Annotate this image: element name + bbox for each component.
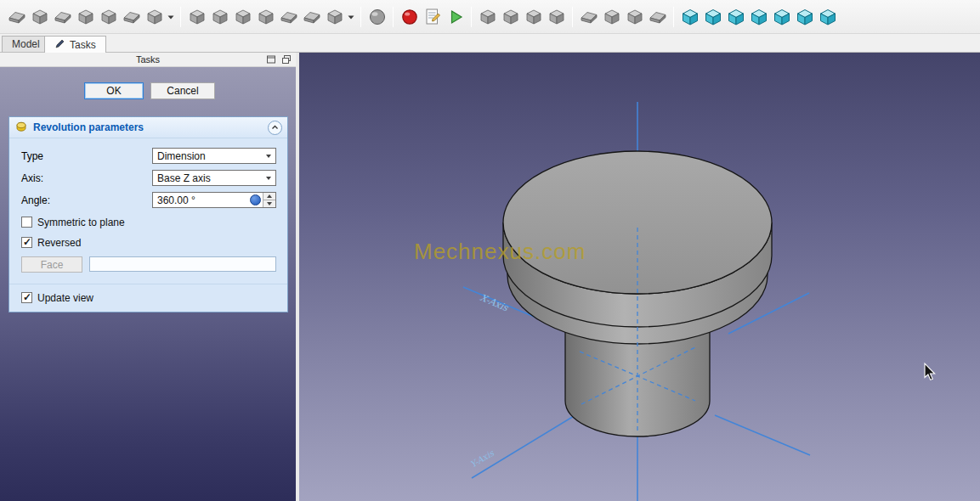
- cancel-button[interactable]: Cancel: [150, 82, 215, 99]
- axis-value: Base Z axis: [153, 172, 262, 184]
- revolution-parameters-panel: Revolution parameters Type Dimension Axi…: [8, 116, 288, 312]
- tasks-panel-title: Tasks: [136, 54, 160, 65]
- checkbox-label: Symmetric to plane: [37, 217, 125, 228]
- axis-select[interactable]: Base Z axis: [152, 170, 276, 186]
- angle-input[interactable]: 360.00 °: [152, 192, 276, 208]
- freecad-window: Model Tasks Tasks OK Cancel Revolution p…: [0, 0, 980, 501]
- face-reference-input[interactable]: [89, 256, 276, 272]
- type-select[interactable]: Dimension: [152, 148, 276, 164]
- view-rear-icon[interactable]: [770, 5, 793, 29]
- tab-model-label: Model: [12, 38, 40, 50]
- mirror-icon[interactable]: [51, 5, 74, 29]
- ok-button[interactable]: OK: [84, 82, 144, 99]
- view-front-icon[interactable]: [701, 5, 724, 29]
- chevron-down-icon: [262, 177, 275, 180]
- join-embed-icon[interactable]: [499, 5, 522, 29]
- checkbox-label: Reversed: [37, 237, 81, 249]
- angle-label: Angle:: [21, 194, 50, 206]
- sweep-dropdown-icon[interactable]: [166, 5, 176, 29]
- boolean-icon[interactable]: [185, 5, 208, 29]
- checkbox-box: [21, 217, 32, 228]
- section-title: Revolution parameters: [33, 121, 144, 133]
- symmetric-to-plane-checkbox[interactable]: Symmetric to plane: [21, 216, 125, 228]
- tasks-panel-body: OK Cancel Revolution parameters Type Dim…: [0, 67, 296, 501]
- panel-section-header: Revolution parameters: [9, 117, 287, 138]
- face-button-label: Face: [41, 259, 64, 271]
- tasks-panel-titlebar: Tasks: [0, 53, 296, 67]
- ruled-surface-icon[interactable]: [120, 5, 143, 29]
- tab-model[interactable]: Model: [2, 36, 50, 52]
- dock-window-icon[interactable]: [264, 53, 277, 65]
- view-left-icon[interactable]: [816, 5, 839, 29]
- 3d-viewport[interactable]: X-Axis Y-Axis Mechnexus.com: [299, 53, 980, 501]
- fillet-icon[interactable]: [74, 5, 97, 29]
- expression-icon[interactable]: [250, 194, 261, 205]
- cut-icon[interactable]: [208, 5, 231, 29]
- float-window-icon[interactable]: [280, 53, 292, 65]
- checkbox-label: Update view: [37, 292, 93, 304]
- pen-icon: [54, 38, 65, 52]
- angle-row: Angle: 360.00 °: [9, 192, 287, 208]
- section-icon[interactable]: [277, 5, 300, 29]
- x-axis-label: X-Axis: [479, 292, 511, 314]
- reversed-checkbox[interactable]: Reversed: [21, 236, 81, 249]
- mouse-cursor: [925, 363, 935, 380]
- toolbar: [0, 0, 980, 34]
- toolbar-separator: [471, 7, 472, 27]
- toolbar-separator: [360, 7, 361, 27]
- spin-down-button[interactable]: [263, 200, 275, 207]
- type-row: Type Dimension: [9, 148, 287, 164]
- convert-to-solid-icon[interactable]: [623, 5, 646, 29]
- join-cutout-icon[interactable]: [522, 5, 545, 29]
- toolbar-separator: [180, 7, 181, 27]
- macro-record-icon[interactable]: [398, 5, 421, 29]
- split-icon[interactable]: [545, 5, 568, 29]
- macro-edit-icon[interactable]: [421, 5, 444, 29]
- revolved-solid: [503, 151, 772, 436]
- view-top-icon[interactable]: [724, 5, 747, 29]
- watermark: Mechnexus.com: [414, 239, 586, 264]
- revolve-icon[interactable]: [28, 5, 51, 29]
- chevron-down-icon: [262, 155, 275, 158]
- shape-builder-icon[interactable]: [365, 5, 388, 29]
- checkbox-box: [21, 292, 32, 303]
- update-view-checkbox[interactable]: Update view: [21, 291, 93, 304]
- chamfer-icon[interactable]: [97, 5, 120, 29]
- cross-sections-icon[interactable]: [300, 5, 323, 29]
- collapse-button[interactable]: [268, 121, 282, 135]
- offset-dropdown-icon[interactable]: [346, 5, 356, 29]
- axis-row: Axis: Base Z axis: [9, 170, 287, 186]
- ok-button-label: OK: [106, 85, 121, 97]
- defeaturing-icon[interactable]: [600, 5, 623, 29]
- union-icon[interactable]: [231, 5, 254, 29]
- section-footer: Update view: [9, 284, 287, 312]
- check-geometry-icon[interactable]: [577, 5, 600, 29]
- join-connect-icon[interactable]: [476, 5, 499, 29]
- toolbar-separator: [393, 7, 394, 27]
- type-value: Dimension: [153, 150, 262, 162]
- toolbar-separator: [572, 7, 573, 27]
- view-axonometric-icon[interactable]: [678, 5, 701, 29]
- extrude-icon[interactable]: [5, 5, 28, 29]
- macro-execute-icon[interactable]: [444, 5, 467, 29]
- intersection-icon[interactable]: [254, 5, 277, 29]
- checkbox-box: [21, 237, 32, 248]
- face-button[interactable]: Face: [21, 256, 82, 273]
- revolve-icon: [14, 120, 28, 136]
- view-bottom-icon[interactable]: [793, 5, 816, 29]
- view-right-icon[interactable]: [747, 5, 770, 29]
- face-row: Face: [21, 256, 276, 273]
- tasks-panel: Tasks OK Cancel Revolution parameters Ty…: [0, 53, 296, 501]
- tab-bar: Model Tasks: [0, 34, 980, 53]
- tab-tasks-label: Tasks: [70, 39, 96, 51]
- toolbar-separator: [673, 7, 674, 27]
- sweep-icon[interactable]: [143, 5, 166, 29]
- type-label: Type: [21, 150, 43, 162]
- refine-shape-icon[interactable]: [646, 5, 669, 29]
- cancel-button-label: Cancel: [167, 85, 198, 97]
- offset-icon[interactable]: [323, 5, 346, 29]
- axis-label: Axis:: [21, 172, 43, 184]
- angle-value: 360.00 °: [153, 194, 250, 206]
- spin-up-button[interactable]: [263, 193, 275, 200]
- tab-tasks[interactable]: Tasks: [44, 36, 106, 53]
